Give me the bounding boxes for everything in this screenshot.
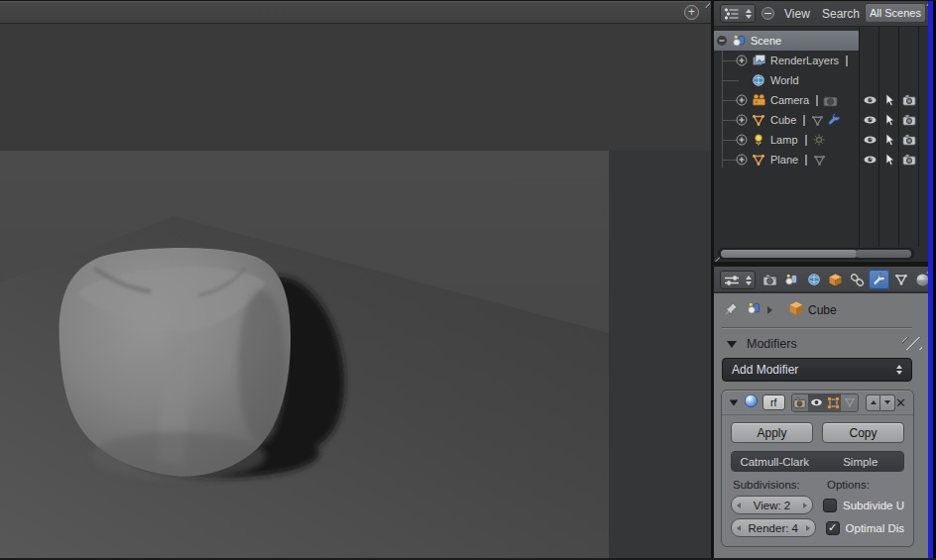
move-up-button[interactable] (866, 394, 880, 411)
modifier-wrench-icon[interactable] (826, 113, 842, 127)
scrollbar-thumb-shadow (856, 250, 911, 258)
selectable-cursor-icon[interactable] (879, 153, 899, 167)
row-label: Lamp (770, 134, 798, 146)
filter-collapse-button[interactable] (761, 7, 774, 20)
search-menu[interactable]: Search (822, 7, 860, 21)
outliner-row-camera[interactable]: Camera (714, 90, 936, 110)
modifier-collapse-icon[interactable] (730, 399, 739, 405)
render-subdivisions-stepper[interactable]: Render: 4 (731, 518, 816, 537)
simple-button[interactable]: Simple (818, 452, 904, 471)
modifiers-panel-header[interactable]: Modifiers (714, 332, 936, 356)
selectable-cursor-icon[interactable] (879, 133, 899, 147)
3d-viewport-area[interactable]: + (0, 0, 711, 560)
panel-title: Modifiers (747, 337, 797, 351)
apply-button[interactable]: Apply (731, 422, 813, 443)
divider (722, 327, 912, 328)
subdivide-uv-checkbox[interactable]: ✓ (823, 499, 837, 512)
collapse-icon[interactable] (716, 35, 728, 47)
view-menu[interactable]: View (784, 7, 810, 21)
row-label: Camera (770, 94, 809, 106)
expand-icon[interactable] (736, 94, 748, 106)
area-corner-grip[interactable] (697, 3, 710, 16)
restrict-render-icon[interactable] (899, 153, 919, 167)
move-down-button[interactable] (880, 394, 895, 411)
restrict-render-icon[interactable] (899, 113, 919, 127)
subsurf-modifier-box: rf (721, 390, 914, 547)
expand-icon[interactable] (736, 154, 748, 166)
stepper-left-arrow-icon[interactable] (737, 525, 741, 531)
render-toggle-camera-icon[interactable] (792, 394, 809, 411)
constraints-chain-icon (850, 273, 865, 287)
camera-data-icon[interactable] (822, 93, 838, 107)
expand-header-plus-icon[interactable]: + (684, 5, 699, 20)
subdivide-uv-label: Subdivide U (843, 500, 904, 511)
hide-eye-icon[interactable] (860, 93, 879, 107)
editor-type-button[interactable] (720, 4, 756, 23)
optimal-display-checkbox[interactable]: ✓ (826, 521, 840, 535)
catmull-clark-button[interactable]: Catmull-Clark (732, 452, 818, 471)
restrict-render-icon[interactable] (899, 133, 919, 147)
lamp-object-icon (751, 133, 766, 148)
modifier-name-field[interactable]: rf (762, 394, 785, 410)
options-label: Options: (827, 479, 870, 491)
row-label: Plane (770, 154, 798, 166)
mesh-data-icon[interactable] (811, 153, 827, 167)
optimal-display-row[interactable]: ✓ Optimal Dis (826, 521, 904, 535)
restrict-render-icon[interactable] (899, 93, 919, 107)
outliner-row-plane[interactable]: Plane (714, 150, 936, 169)
selectable-cursor-icon[interactable] (879, 113, 899, 127)
outliner-editor-icon (724, 8, 740, 20)
tab-object[interactable] (825, 270, 846, 289)
expand-icon[interactable] (736, 114, 748, 126)
expand-icon[interactable] (736, 134, 748, 146)
outliner-row-scene[interactable]: Scene (714, 31, 859, 51)
tab-constraints[interactable] (847, 270, 868, 289)
horizontal-scrollbar[interactable] (718, 248, 914, 260)
lamp-data-icon[interactable] (811, 133, 827, 147)
selectable-cursor-icon[interactable] (879, 93, 899, 107)
editmode-toggle-icon[interactable] (825, 394, 842, 411)
outliner-row-lamp[interactable]: Lamp (714, 130, 936, 150)
view-subdivisions-stepper[interactable]: View: 2 (731, 496, 813, 514)
add-modifier-label: Add Modifier (732, 363, 798, 377)
tab-object-data[interactable] (890, 270, 911, 289)
hide-eye-icon[interactable] (860, 113, 879, 127)
mesh-object-icon (751, 153, 766, 168)
hide-eye-icon[interactable] (860, 153, 879, 167)
mesh-data-icon[interactable] (809, 113, 825, 127)
mesh-object-icon (751, 113, 766, 128)
panel-drag-grip[interactable] (902, 337, 922, 350)
tab-modifiers[interactable] (869, 270, 889, 289)
tab-scene[interactable] (781, 270, 802, 289)
stepper-right-arrow-icon[interactable] (803, 503, 807, 508)
cube-breadcrumb-icon[interactable] (788, 300, 804, 320)
scene-breadcrumb-icon[interactable] (747, 301, 761, 319)
viewport-canvas[interactable] (0, 24, 711, 560)
object-cube-icon (828, 273, 843, 287)
scrollbar-thumb[interactable] (721, 250, 858, 258)
expand-icon[interactable] (736, 55, 748, 66)
subdivisions-label: Subdivisions: (731, 479, 827, 491)
stepper-right-arrow-icon[interactable] (806, 525, 810, 531)
pin-icon[interactable] (724, 301, 739, 320)
modifier-reorder-buttons (866, 394, 895, 411)
tab-world[interactable] (803, 270, 824, 289)
row-label: Cube (770, 114, 796, 126)
oncage-toggle-icon[interactable] (841, 394, 858, 411)
hide-eye-icon[interactable] (860, 133, 879, 147)
outliner-row-cube[interactable]: Cube (714, 110, 936, 130)
outliner-row-world[interactable]: World (714, 70, 936, 90)
tab-render[interactable] (760, 270, 780, 289)
row-label: Scene (751, 35, 781, 47)
copy-button[interactable]: Copy (822, 422, 904, 443)
subdivide-uv-row[interactable]: ✓ Subdivide U (823, 499, 904, 512)
viewport-toggle-eye-icon[interactable] (808, 394, 825, 411)
editor-type-button[interactable] (720, 271, 756, 289)
delete-modifier-icon[interactable]: ✕ (895, 396, 906, 409)
breadcrumb-object-name[interactable]: Cube (808, 303, 837, 317)
outliner-row-renderlayers[interactable]: RenderLayers (714, 51, 936, 70)
panel-collapse-icon[interactable] (727, 341, 737, 348)
add-modifier-dropdown[interactable]: Add Modifier (722, 358, 912, 382)
stepper-left-arrow-icon[interactable] (737, 503, 741, 508)
display-mode-dropdown[interactable]: All Scenes (865, 3, 926, 23)
